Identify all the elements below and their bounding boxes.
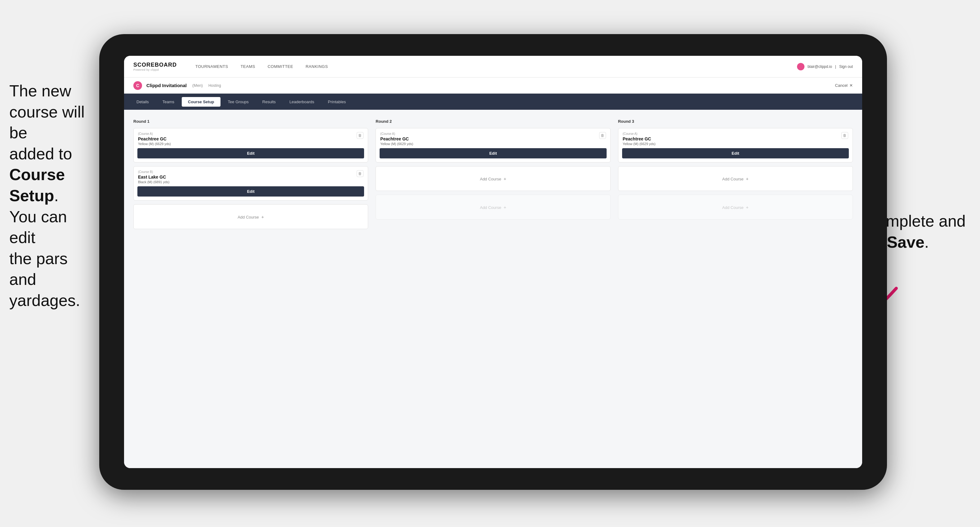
round2-course-a-edit-button[interactable]: Edit (380, 148, 606, 159)
round3-add-course-disabled: Add Course + (618, 195, 853, 219)
nav-teams[interactable]: TEAMS (241, 64, 255, 69)
round2-add-course-disabled-text: Add Course + (480, 205, 506, 210)
round2-course-a-label: (Course A) (380, 132, 413, 135)
round3-course-a-card: (Course A) Peachtree GC Yellow (M) (6629… (618, 128, 853, 162)
round2-course-a-card: (Course A) Peachtree GC Yellow (M) (6629… (375, 128, 610, 162)
tournament-status: Hosting (208, 83, 221, 88)
tournament-bar: C Clippd Invitational (Men) Hosting Canc… (124, 78, 862, 94)
round1-course-b-tee: Black (M) (6891 yds) (138, 180, 169, 184)
round1-course-b-info: (Course B) East Lake GC Black (M) (6891 … (138, 170, 169, 184)
main-content: Round 1 (Course A) Peachtree GC Yellow (… (124, 110, 862, 468)
logo-text: SCOREBOARD (134, 62, 177, 68)
round1-course-a-tee: Yellow (M) (6629 yds) (138, 142, 171, 146)
tablet-screen: SCOREBOARD Powered by clippd TOURNAMENTS… (124, 56, 862, 468)
round2-add-course-disabled: Add Course + (375, 195, 610, 219)
round3-course-a-header: (Course A) Peachtree GC Yellow (M) (6629… (618, 129, 853, 148)
round-1-label: Round 1 (134, 119, 368, 124)
round1-course-b-edit-button[interactable]: Edit (137, 186, 364, 197)
round-3-label: Round 3 (618, 119, 853, 124)
tab-tee-groups[interactable]: Tee Groups (222, 97, 255, 106)
round1-course-a-info: (Course A) Peachtree GC Yellow (M) (6629… (138, 132, 171, 146)
user-email: blair@clippd.io (808, 65, 832, 69)
round2-course-a-delete[interactable]: 🗑 (599, 132, 606, 139)
round3-course-a-tee: Yellow (M) (6629 yds) (623, 142, 655, 146)
round1-course-b-header: (Course B) East Lake GC Black (M) (6891 … (134, 167, 368, 186)
round2-add-course-text: Add Course + (480, 176, 506, 181)
round1-course-a-edit-button[interactable]: Edit (137, 148, 364, 159)
round3-add-course-text: Add Course + (722, 176, 749, 181)
round3-add-course-plus: + (746, 176, 749, 181)
round1-course-b-label: (Course B) (138, 170, 169, 174)
cancel-icon: ✕ (850, 83, 853, 88)
round-2-column: Round 2 (Course A) Peachtree GC Yellow (… (375, 119, 610, 233)
round1-course-b-delete[interactable]: 🗑 (356, 170, 363, 177)
round3-add-course-button[interactable]: Add Course + (618, 166, 853, 191)
round1-add-course-button[interactable]: Add Course + (134, 204, 368, 229)
sub-nav: Details Teams Course Setup Tee Groups Re… (124, 94, 862, 110)
round1-add-course-plus: + (261, 214, 264, 219)
user-avatar (797, 63, 805, 70)
sign-out-link[interactable]: Sign out (839, 65, 853, 69)
round-2-label: Round 2 (375, 119, 610, 124)
tab-printables[interactable]: Printables (321, 97, 352, 106)
round1-course-b-name: East Lake GC (138, 175, 169, 179)
logo-subtext: Powered by clippd (134, 68, 177, 71)
top-nav: SCOREBOARD Powered by clippd TOURNAMENTS… (124, 56, 862, 78)
tab-leaderboards[interactable]: Leaderboards (283, 97, 320, 106)
scoreboard-logo: SCOREBOARD Powered by clippd (134, 62, 177, 71)
tournament-logo: C (134, 81, 142, 90)
round1-course-a-header: (Course A) Peachtree GC Yellow (M) (6629… (134, 129, 368, 148)
round-1-column: Round 1 (Course A) Peachtree GC Yellow (… (134, 119, 368, 233)
tournament-name: Clippd Invitational (146, 83, 187, 88)
tab-course-setup[interactable]: Course Setup (182, 97, 221, 106)
nav-rankings[interactable]: RANKINGS (305, 64, 328, 69)
tab-details[interactable]: Details (130, 97, 155, 106)
tab-teams[interactable]: Teams (156, 97, 180, 106)
round2-add-course-plus: + (504, 176, 506, 181)
bold-course-setup: Course Setup (9, 165, 65, 205)
nav-right: blair@clippd.io | Sign out (797, 63, 853, 70)
nav-tournaments[interactable]: TOURNAMENTS (196, 64, 228, 69)
bold-save: Save (887, 233, 924, 251)
pipe-separator: | (835, 65, 836, 69)
tablet-device: SCOREBOARD Powered by clippd TOURNAMENTS… (99, 34, 887, 490)
cancel-label: Cancel (835, 83, 848, 88)
round3-course-a-info: (Course A) Peachtree GC Yellow (M) (6629… (623, 132, 655, 146)
round3-course-a-edit-button[interactable]: Edit (622, 148, 849, 159)
round3-course-a-label: (Course A) (623, 132, 655, 135)
round1-add-course-text: Add Course + (237, 214, 264, 219)
tournament-type: (Men) (192, 83, 203, 88)
round2-course-a-name: Peachtree GC (380, 137, 413, 141)
round-3-column: Round 3 (Course A) Peachtree GC Yellow (… (618, 119, 853, 233)
cancel-button[interactable]: Cancel ✕ (835, 83, 853, 88)
round3-course-a-delete[interactable]: 🗑 (842, 132, 848, 139)
round2-course-a-info: (Course A) Peachtree GC Yellow (M) (6629… (380, 132, 413, 146)
rounds-grid: Round 1 (Course A) Peachtree GC Yellow (… (134, 119, 853, 233)
round2-course-a-header: (Course A) Peachtree GC Yellow (M) (6629… (376, 129, 610, 148)
round3-add-course-disabled-text: Add Course + (722, 205, 749, 210)
round1-course-a-delete[interactable]: 🗑 (356, 132, 363, 139)
round1-course-a-card: (Course A) Peachtree GC Yellow (M) (6629… (134, 128, 368, 162)
round2-add-course-button[interactable]: Add Course + (375, 166, 610, 191)
left-annotation: The new course will be added to Course S… (9, 81, 96, 311)
round1-course-a-label: (Course A) (138, 132, 171, 135)
round1-course-a-name: Peachtree GC (138, 137, 171, 141)
round1-course-b-card: (Course B) East Lake GC Black (M) (6891 … (134, 166, 368, 200)
nav-committee[interactable]: COMMITTEE (268, 64, 293, 69)
round2-course-a-tee: Yellow (M) (6629 yds) (380, 142, 413, 146)
tab-results[interactable]: Results (256, 97, 282, 106)
round3-course-a-name: Peachtree GC (623, 137, 655, 141)
